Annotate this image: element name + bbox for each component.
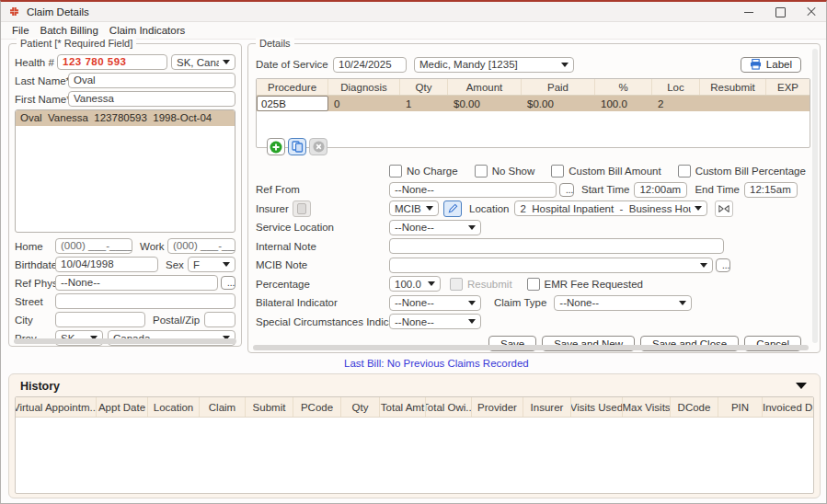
history-column-header[interactable]: Total Amt <box>380 397 426 417</box>
procedure-cell[interactable]: $0.00 <box>448 96 522 111</box>
mcib-note-dropdown[interactable] <box>389 258 713 273</box>
history-column-header[interactable]: Max Visits <box>623 397 671 417</box>
close-button[interactable] <box>806 6 817 17</box>
claim-option-checkbox[interactable]: No Show <box>475 165 535 178</box>
first-name-input[interactable]: Vanessa <box>68 91 235 107</box>
history-column-header[interactable]: Appt Date <box>97 397 148 417</box>
ref-phys-input[interactable]: --None-- <box>55 275 218 291</box>
ref-from-input[interactable]: --None-- <box>389 182 557 198</box>
history-column-header[interactable]: Location <box>148 397 200 417</box>
date-of-service-label: Date of Service <box>256 59 333 70</box>
end-time-input[interactable]: 12:15am <box>744 182 798 198</box>
details-vertical-scrollbar[interactable] <box>812 49 818 343</box>
column-header[interactable]: Procedure <box>257 79 328 95</box>
edit-insurer-button[interactable] <box>443 200 462 217</box>
history-column-header[interactable]: Invoiced D... <box>763 397 814 417</box>
special-circumstances-dropdown[interactable]: --None-- <box>389 314 481 329</box>
service-location-label: Service Location <box>256 222 389 233</box>
maximize-icon <box>775 7 786 17</box>
menu-item[interactable]: File <box>6 25 35 36</box>
collapse-arrow-icon[interactable] <box>796 383 807 389</box>
provider-dropdown[interactable]: Medic, Mandy [1235] <box>414 57 574 73</box>
home-phone-input[interactable]: (000) ___-____ <box>55 238 132 254</box>
patient-list-item[interactable]: Oval Vanessa 123780593 1998-Oct-04 <box>16 110 235 126</box>
birthdate-input[interactable]: 10/04/1998 <box>55 257 158 272</box>
history-column-header[interactable]: PCode <box>293 397 341 417</box>
column-header[interactable]: Diagnosis <box>328 79 400 95</box>
menu-item[interactable]: Batch Billing <box>35 25 104 36</box>
postal-input[interactable] <box>204 312 235 327</box>
claim-option-checkbox[interactable]: Custom Bill Amount <box>551 165 660 178</box>
history-column-header[interactable]: Virtual Appointm... <box>16 397 97 417</box>
internal-note-input[interactable] <box>389 238 724 254</box>
ref-from-browse-button[interactable]: ... <box>559 183 574 197</box>
claim-type-dropdown[interactable]: --None-- <box>554 295 692 311</box>
insurer-info-button[interactable] <box>293 200 311 217</box>
history-column-header[interactable]: Visits Used <box>571 397 623 417</box>
date-of-service-input[interactable]: 10/24/2025 <box>333 57 407 73</box>
procedure-cell[interactable]: 0 <box>328 96 400 111</box>
procedure-cell[interactable]: 2 <box>652 96 700 111</box>
location-map-button[interactable] <box>715 200 733 217</box>
history-column-header[interactable]: DCode <box>671 397 718 417</box>
start-time-input[interactable]: 12:00am <box>634 182 687 198</box>
delete-row-button[interactable] <box>309 138 327 155</box>
window-title: Claim Details <box>27 6 89 17</box>
history-column-header[interactable]: Insurer <box>523 397 571 417</box>
claim-option-checkbox[interactable]: Custom Bill Percentage <box>678 165 806 178</box>
column-header[interactable]: Loc <box>652 79 700 95</box>
chevron-down-icon <box>223 60 230 64</box>
home-phone-label: Home <box>15 241 55 252</box>
history-column-header[interactable]: Provider <box>472 397 523 417</box>
label-button[interactable]: Label <box>741 57 801 73</box>
column-header[interactable]: Resubmit <box>700 79 766 95</box>
minimize-button[interactable] <box>743 6 754 17</box>
procedure-cell[interactable]: 100.0 <box>595 96 652 111</box>
history-column-header[interactable]: Claim <box>200 397 246 417</box>
menu-item[interactable]: Claim Indicators <box>104 25 190 36</box>
sex-dropdown[interactable]: F <box>188 257 235 272</box>
city-input[interactable] <box>55 312 145 327</box>
column-header[interactable]: Amount <box>448 79 522 95</box>
column-header[interactable]: % <box>595 79 652 95</box>
work-phone-input[interactable]: (000) ___-____ <box>167 238 235 254</box>
history-column-header[interactable]: Submit <box>246 397 293 417</box>
health-region-dropdown[interactable]: SK, Canada <box>171 54 235 70</box>
health-number-input[interactable]: 123 780 593 <box>57 54 167 70</box>
patient-horizontal-scrollbar[interactable] <box>14 338 236 344</box>
column-header[interactable]: Paid <box>522 79 595 95</box>
percentage-dropdown[interactable]: 100.0 <box>389 276 441 292</box>
column-header[interactable]: Qty <box>400 79 448 95</box>
history-column-header[interactable]: PIN <box>718 397 763 417</box>
history-title: History <box>20 380 814 393</box>
bilateral-indicator-dropdown[interactable]: --None-- <box>389 295 481 311</box>
history-column-header[interactable]: Qty <box>341 397 380 417</box>
procedure-cell[interactable]: 1 <box>400 96 448 111</box>
last-name-input[interactable]: Oval <box>68 73 235 88</box>
procedure-row[interactable]: 025B01$0.00$0.00100.02 <box>257 96 810 111</box>
procedure-cell[interactable] <box>766 96 810 111</box>
checkbox-icon <box>475 165 488 178</box>
maximize-button[interactable] <box>775 6 786 17</box>
insurer-dropdown[interactable]: MCIB <box>389 200 439 216</box>
emr-fee-checkbox[interactable]: EMR Fee Requested <box>527 278 643 291</box>
column-header[interactable]: EXP <box>766 79 810 95</box>
mcib-note-browse-button[interactable]: ... <box>716 258 730 272</box>
service-location-dropdown[interactable]: --None-- <box>389 220 481 235</box>
street-input[interactable] <box>55 293 235 309</box>
procedure-cell[interactable] <box>700 96 766 111</box>
claim-option-checkbox[interactable]: No Charge <box>389 165 458 178</box>
copy-row-button[interactable] <box>288 138 306 155</box>
resubmit-checkbox[interactable]: Resubmit <box>450 278 512 291</box>
add-row-button[interactable] <box>267 138 285 155</box>
procedure-cell[interactable]: 025B <box>257 96 328 111</box>
ref-phys-browse-button[interactable]: ... <box>221 276 235 290</box>
app-icon <box>8 6 20 17</box>
last-name-label: Last Name* <box>15 75 68 86</box>
location-dropdown[interactable]: 2 Hospital Inpatient - Business Hours <box>514 200 707 216</box>
history-column-header[interactable]: Total Owi... <box>426 397 472 417</box>
procedure-cell[interactable]: $0.00 <box>522 96 595 111</box>
sex-label: Sex <box>166 259 188 270</box>
minimize-icon <box>744 12 753 13</box>
details-horizontal-scrollbar[interactable] <box>253 345 809 350</box>
